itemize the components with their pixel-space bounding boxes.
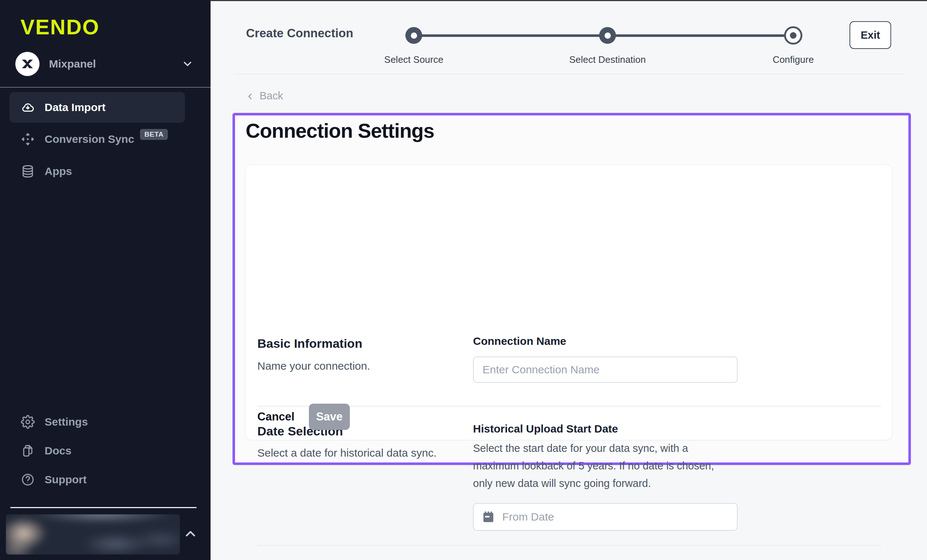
section-divider xyxy=(257,545,881,546)
vendo-logo: VENDO xyxy=(20,15,99,39)
sidebar-divider xyxy=(0,87,211,88)
sidebar-item-conversion-sync[interactable]: Conversion Sync BETA xyxy=(9,124,185,155)
section-divider xyxy=(257,406,881,407)
user-account-blurred[interactable] xyxy=(6,514,180,554)
step-label-select-source: Select Source xyxy=(341,54,487,65)
sidebar-item-label: Apps xyxy=(45,165,72,178)
step-label-configure: Configure xyxy=(720,54,866,65)
workspace-selector[interactable]: Mixpanel xyxy=(15,50,195,77)
back-label: Back xyxy=(260,90,283,102)
connection-name-label: Connection Name xyxy=(473,335,566,348)
chevron-down-icon xyxy=(181,58,194,70)
date-selection-description: Select a date for historical data sync. xyxy=(257,447,436,459)
historical-upload-help-text: Select the start date for your data sync… xyxy=(473,439,729,492)
calendar-icon xyxy=(482,510,495,524)
basic-information-title: Basic Information xyxy=(257,337,362,351)
cloud-download-icon xyxy=(20,100,35,115)
content-title: Connection Settings xyxy=(246,119,434,143)
workspace-name: Mixpanel xyxy=(49,58,181,70)
step-dot-select-destination xyxy=(599,27,616,44)
save-button[interactable]: Save xyxy=(309,404,350,430)
historical-upload-start-date-label: Historical Upload Start Date xyxy=(473,423,618,435)
sidebar-item-support[interactable]: Support xyxy=(9,464,185,495)
step-label-select-destination: Select Destination xyxy=(534,54,681,65)
database-icon xyxy=(20,164,35,179)
sidebar-item-label: Support xyxy=(45,473,87,486)
back-link[interactable]: Back xyxy=(246,90,283,102)
sidebar-item-docs[interactable]: Docs xyxy=(9,436,185,466)
sidebar-item-label: Docs xyxy=(45,445,71,457)
sidebar-item-label: Data Import xyxy=(45,101,106,114)
gear-icon xyxy=(20,414,35,429)
help-icon xyxy=(20,472,35,487)
header-divider xyxy=(234,74,904,74)
from-date-input[interactable] xyxy=(502,511,729,523)
settings-card: Basic Information Name your connection. … xyxy=(245,164,892,440)
from-date-field[interactable] xyxy=(473,503,738,531)
sidebar-item-label: Conversion Sync xyxy=(45,133,134,146)
step-dot-select-source xyxy=(406,27,422,44)
exit-button[interactable]: Exit xyxy=(849,21,891,49)
beta-badge: BETA xyxy=(140,129,168,140)
chevron-left-icon xyxy=(246,92,255,101)
sidebar-item-settings[interactable]: Settings xyxy=(9,407,185,437)
cancel-button[interactable]: Cancel xyxy=(257,404,295,430)
step-dot-configure xyxy=(784,26,802,44)
sidebar-item-label: Settings xyxy=(45,416,88,428)
sidebar-item-apps[interactable]: Apps xyxy=(9,156,185,187)
move-icon xyxy=(20,132,35,146)
mixpanel-logo-icon xyxy=(15,52,40,76)
chevron-up-icon[interactable] xyxy=(183,526,198,543)
docs-icon xyxy=(20,443,35,458)
connection-name-input[interactable] xyxy=(473,357,738,383)
basic-information-description: Name your connection. xyxy=(257,360,370,372)
sidebar-footer-divider xyxy=(10,507,197,508)
user-avatar-blur xyxy=(6,514,180,554)
sidebar: VENDO Mixpanel Data Import Conversion S xyxy=(0,0,211,560)
sidebar-item-data-import[interactable]: Data Import xyxy=(9,92,185,123)
page-title: Create Connection xyxy=(246,26,353,40)
